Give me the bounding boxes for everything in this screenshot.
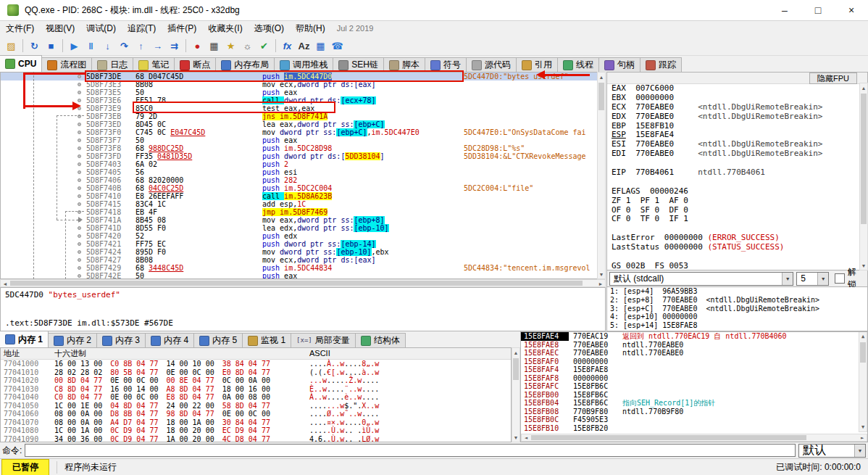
stack-row[interactable]: 15E8FAE4770EAC19返回到 ntdll.770EAC19 自 ntd… — [521, 332, 859, 341]
disasm-row[interactable]: 5D8F740668 82020000push 282 — [1, 176, 597, 184]
chevron-down-icon[interactable]: ▼ — [854, 445, 865, 457]
tab-mem4[interactable]: 内存 4 — [145, 333, 194, 347]
disasm-row[interactable]: 5D8F742E50push eax — [1, 272, 597, 279]
stack-row[interactable]: 15E8FB0CF45905E3 — [521, 416, 859, 424]
register-line[interactable]: LastStatus 00000000 (STATUS_SUCCESS) — [607, 243, 867, 252]
scroll-right-icon[interactable]: ► — [597, 280, 604, 287]
disasm-row[interactable]: 5D8F74036A 02push 2 — [1, 160, 597, 168]
tab-script[interactable]: 脚本 — [383, 57, 425, 72]
disasm-row[interactable]: 5D8F73F750push eax — [1, 136, 597, 144]
scroll-thumb[interactable] — [531, 435, 806, 440]
breakpoint-dot[interactable] — [78, 186, 81, 190]
breakpoint-dot[interactable] — [78, 250, 81, 254]
breakpoint-dot[interactable] — [78, 178, 81, 182]
stop-icon[interactable]: ■ — [43, 38, 59, 54]
breakpoint-dot[interactable] — [78, 242, 81, 246]
animate-icon[interactable]: ⇉ — [167, 38, 182, 54]
tab-mem1[interactable]: 内存 1 — [0, 331, 49, 347]
scroll-left-icon[interactable]: ◄ — [522, 434, 530, 442]
minimize-button[interactable]: – — [768, 0, 801, 20]
tab-log[interactable]: 日志 — [91, 57, 133, 72]
disasm-vertical-scrollbar[interactable]: ▲ ▼ — [597, 72, 606, 279]
menu-item[interactable]: 调试(D) — [80, 21, 122, 36]
tab-watch1[interactable]: 监视 1 — [242, 333, 291, 347]
dump-row[interactable]: 7704101028 02 28 0280 5B 04 770E 00 0C 0… — [1, 368, 511, 377]
stack-row[interactable]: 15E8FAF415E8FAE8 — [521, 365, 859, 374]
tab-symbols[interactable]: 符号 — [425, 57, 467, 72]
disasm-row[interactable]: 5D8F741D8D55 F0lea edx,dword ptr ss:[ebp… — [1, 224, 597, 232]
menu-item[interactable]: 插件(P) — [162, 21, 202, 36]
disasm-row[interactable]: 5D8F74278B08mov ecx,dword ptr ds:[eax] — [1, 256, 597, 264]
pause-icon[interactable]: ‖ — [83, 38, 99, 54]
register-line[interactable]: GS 002B FS 0053 — [607, 262, 867, 270]
scroll-down-icon[interactable]: ▼ — [598, 270, 605, 278]
step-over-icon[interactable]: ↷ — [117, 38, 132, 54]
dump-row[interactable]: 77041030C8 8D 04 7716 00 14 00A8 8D 04 7… — [1, 385, 511, 394]
chevron-down-icon[interactable]: ▼ — [782, 273, 793, 285]
close-button[interactable]: × — [835, 0, 868, 20]
font-icon[interactable]: Az — [296, 38, 312, 54]
menu-item[interactable]: 文件(F) — [0, 21, 40, 36]
step-into-icon[interactable]: ↓ — [100, 38, 115, 54]
menu-item[interactable]: 收藏夹(I) — [202, 21, 248, 36]
tab-references[interactable]: 引用 — [516, 57, 558, 72]
run-to-cursor-icon[interactable]: → — [150, 38, 165, 54]
breakpoint-dot[interactable] — [78, 139, 81, 142]
disasm-row[interactable]: 5D8F73FDFF35 0481D35Dpush dword ptr ds:[… — [1, 152, 597, 160]
menu-item[interactable]: 选项(O) — [249, 21, 290, 36]
register-line[interactable]: EIP 770B4061 ntdll.770B4061 — [607, 168, 867, 178]
breakpoint-dot[interactable] — [78, 202, 81, 206]
dump-row[interactable]: 7704102000 8D 04 770E 00 0C 0000 8E 04 7… — [1, 376, 511, 385]
dump-row[interactable]: 7704107008 00 0A 00A4 D7 04 7718 00 1A 0… — [1, 418, 511, 427]
breakpoint-dot[interactable] — [78, 210, 81, 214]
disasm-row[interactable]: 5D8F741583C4 1Cadd esp,1C — [1, 200, 597, 208]
stack-row[interactable]: 15E8FAE8770EABE0ntdll.770EABE0 — [521, 341, 859, 350]
dump-row[interactable]: 770410501C 00 1E 0004 8D 04 7724 00 22 0… — [1, 402, 511, 410]
dump-row[interactable]: 770410801C 00 1A 000C D9 04 7718 00 20 0… — [1, 426, 511, 435]
arg-count-select[interactable]: 5 ▼ — [796, 272, 829, 286]
breakpoint-icon[interactable]: ● — [190, 38, 205, 54]
breakpoint-dot[interactable] — [78, 258, 81, 262]
argument-line[interactable]: 3: [esp+C] 770EABE0 <ntdll.DbgUiRemoteBr… — [607, 305, 867, 313]
breakpoint-dot[interactable] — [78, 99, 81, 102]
disasm-row[interactable]: 5D8F73ED8D45 0Clea eax,dword ptr ss:[ebp… — [1, 120, 597, 128]
favourites-icon[interactable]: ★ — [223, 38, 238, 54]
breakpoint-dot[interactable] — [78, 194, 81, 198]
breakpoint-dot[interactable] — [78, 107, 81, 110]
maximize-button[interactable]: □ — [801, 0, 835, 20]
settings-icon[interactable]: ☼ — [240, 38, 255, 54]
run-icon[interactable]: ▶ — [67, 38, 82, 54]
breakpoint-dot[interactable] — [78, 83, 81, 86]
tab-mem5[interactable]: 内存 5 — [193, 333, 243, 347]
breakpoint-dot[interactable] — [78, 266, 81, 270]
stack-vertical-scrollbar[interactable]: ▲ ▼ — [859, 332, 867, 432]
scroll-up-icon[interactable]: ▲ — [598, 73, 605, 80]
register-line[interactable]: EDI 770EABE0 <ntdll.DbgUiRemoteBreakin> — [607, 149, 867, 159]
stack-row[interactable]: 15E8FB08770B9F80ntdll.770B9F80 — [521, 408, 859, 416]
disasm-row[interactable]: 5D8F73F0C745 0C E047C45Dmov dword ptr ss… — [1, 128, 597, 136]
disasm-row[interactable]: 5D8F7410E8 26EEFAFFcall im.5D8A623B — [1, 192, 597, 200]
disasm-row[interactable]: 5D8F73F868 988DC25Dpush im.5DC28D985DC28… — [1, 144, 597, 152]
tab-mem3[interactable]: 内存 3 — [96, 333, 146, 347]
chevron-down-icon[interactable]: ▼ — [817, 273, 828, 285]
step-out-icon[interactable]: ↑ — [133, 38, 149, 54]
breakpoint-dot[interactable] — [78, 91, 81, 94]
scroll-right-icon[interactable]: ► — [859, 434, 866, 442]
dump-vertical-scrollbar[interactable]: ▲ ▼ — [512, 347, 520, 442]
tab-threads[interactable]: 线程 — [557, 57, 599, 72]
stack-row[interactable]: 15E8FAF800000000 — [521, 374, 859, 383]
breakpoint-dot[interactable] — [78, 154, 81, 158]
tab-locals[interactable]: [x=]局部变量 — [291, 333, 356, 347]
breakpoint-dot[interactable] — [78, 75, 81, 78]
tab-memmap[interactable]: 内存布局 — [215, 57, 275, 72]
menu-item[interactable]: 视图(V) — [40, 21, 80, 36]
scroll-thumb[interactable] — [860, 342, 866, 363]
argument-line[interactable]: 5: [esp+14] 15E8FAE8 — [607, 321, 867, 330]
tab-seh[interactable]: SEH链 — [333, 57, 384, 72]
breakpoint-dot[interactable] — [78, 162, 81, 166]
disasm-row[interactable]: 5D8F73E38B08mov ecx,dword ptr ds:[eax] — [1, 80, 597, 88]
scroll-up-icon[interactable]: ▲ — [859, 333, 867, 340]
disasm-row[interactable]: 5D8F73E985C0test eax,eax — [1, 104, 597, 112]
tab-source[interactable]: 源代码 — [466, 57, 517, 72]
scroll-thumb[interactable] — [598, 83, 604, 110]
